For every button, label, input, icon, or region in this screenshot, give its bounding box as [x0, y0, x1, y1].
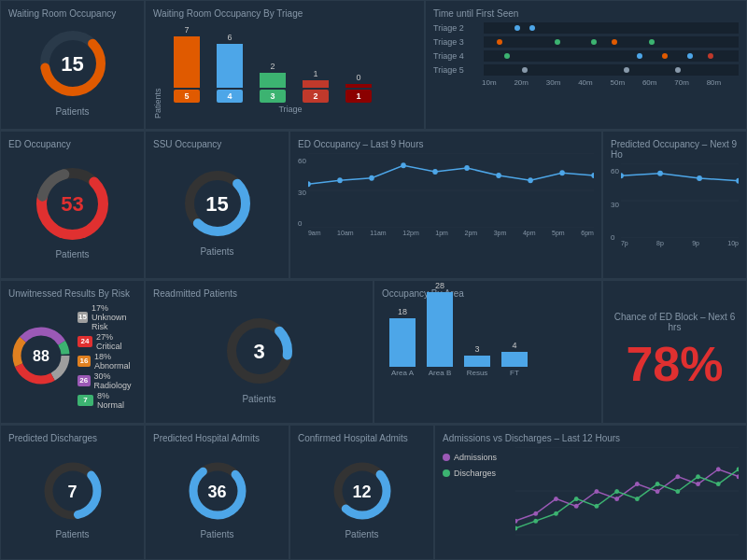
occupancy-area-panel: Occupancy By Area 18Area A28Area B3Resus… [374, 280, 602, 424]
row2: ED Occupancy 53 Patients SSU Occupancy [0, 131, 747, 280]
conf-adm-value: 12 [352, 483, 371, 502]
adm-dis-title: Admissions vs Discharges – Last 12 Hours [443, 433, 739, 443]
svg-point-26 [736, 178, 739, 184]
svg-point-49 [635, 482, 640, 486]
time-rows: Triage 2Triage 3Triage 4Triage 5 [433, 22, 739, 76]
svg-point-60 [614, 489, 619, 494]
unwitnessed-value: 88 [33, 348, 49, 365]
readmitted-label: Patients [242, 394, 275, 404]
ed-occupancy-title: ED Occupancy [8, 139, 136, 149]
waiting-room-occupancy-panel: Waiting Room Occupancy 15 Patients [0, 0, 145, 130]
conf-adm-donut: 12 [330, 458, 395, 525]
unwitnessed-legend: 1517% Unknown Risk2427% Critical1618% Ab… [78, 302, 136, 411]
svg-point-10 [308, 181, 311, 187]
row1: Waiting Room Occupancy 15 Patients Waiti… [0, 0, 747, 131]
svg-point-16 [496, 173, 501, 178]
ssu-donut: 15 [180, 166, 255, 243]
readmitted-value: 3 [253, 340, 264, 364]
ssu-title: SSU Occupancy [153, 139, 281, 149]
unwit-legend-item: 2427% Critical [78, 332, 136, 351]
svg-point-63 [675, 489, 680, 494]
svg-point-13 [401, 162, 406, 168]
unwit-legend-item: 78% Normal [78, 391, 136, 410]
ed-last9-panel: ED Occupancy – Last 9 Hours 60300 9am10a… [289, 131, 602, 279]
svg-point-57 [554, 511, 558, 516]
waiting-room-donut-container: 15 Patients [8, 22, 136, 120]
conf-adm-label: Patients [345, 529, 378, 539]
triage-time-row: Triage 5 [433, 64, 739, 76]
ed-last9-y: 60300 [298, 157, 306, 231]
svg-point-51 [675, 474, 680, 479]
ed-block-title: Chance of ED Block – Next 6 hrs [611, 312, 739, 332]
triage-bar-group: 2 [260, 62, 286, 88]
svg-point-50 [655, 489, 660, 494]
triage-bars: 76210 [164, 22, 416, 88]
area-bars: 18Area A28Area B3Resus4FT [382, 302, 594, 377]
predicted-discharges-panel: Predicted Discharges 7 Patients [0, 425, 145, 560]
row4: Predicted Discharges 7 Patients Predicte… [0, 425, 747, 560]
ssu-donut-container: 15 Patients [153, 153, 281, 270]
svg-point-65 [716, 482, 721, 486]
triage-x-label: Triage [164, 105, 416, 114]
ed-block-panel: Chance of ED Block – Next 6 hrs 78% [602, 280, 747, 424]
readmitted-donut-container: 3 Patients [153, 302, 365, 414]
ssu-value: 15 [205, 192, 228, 217]
svg-point-54 [737, 474, 739, 479]
ed-occupancy-label: Patients [55, 249, 89, 259]
svg-point-43 [515, 519, 517, 524]
svg-point-59 [595, 504, 599, 509]
ed-occupancy-value: 53 [61, 192, 83, 217]
svg-point-14 [432, 169, 438, 175]
triage-chart-panel: Waiting Room Occupancy By Triage Patient… [145, 0, 425, 130]
time-first-seen-panel: Time until First Seen Triage 2Triage 3Tr… [425, 0, 747, 130]
triage-bar-group: 6 [217, 33, 243, 88]
pred-dis-title: Predicted Discharges [8, 433, 136, 443]
predicted-next9-title: Predicted Occupancy – Next 9 Ho [611, 139, 739, 160]
svg-point-12 [369, 175, 374, 181]
pred-adm-title: Predicted Hospital Admits [153, 433, 281, 443]
triage-y-label: Patients [153, 22, 162, 119]
unwitnessed-donut: 88 [8, 323, 74, 390]
ed-last9-title: ED Occupancy – Last 9 Hours [298, 139, 594, 149]
svg-point-48 [614, 497, 619, 501]
svg-point-61 [635, 497, 640, 501]
svg-point-45 [554, 497, 558, 501]
svg-point-55 [515, 526, 517, 531]
row3: Unwitnessed Results By Risk 88 1517% Unk… [0, 280, 747, 425]
area-bar-group: 28Area B [427, 281, 453, 377]
waiting-room-donut: 15 [35, 26, 110, 103]
confirmed-admits-panel: Confirmed Hospital Admits 12 Patients [289, 425, 434, 560]
ed-donut: 53 [33, 164, 112, 245]
triage-badges: 54321 [164, 90, 416, 103]
svg-point-11 [337, 177, 343, 183]
pred-adm-container: 36 Patients [153, 447, 281, 551]
triage-bar-group: 1 [303, 69, 329, 88]
pred-dis-value: 7 [67, 483, 77, 502]
unwit-legend-item: 2630% Radiology [78, 371, 136, 390]
svg-point-44 [533, 511, 538, 516]
svg-point-52 [696, 482, 700, 486]
readmitted-panel: Readmitted Patients 3 Patients [145, 280, 374, 424]
svg-point-19 [591, 173, 594, 178]
svg-point-25 [697, 175, 702, 181]
triage-time-row: Triage 4 [433, 50, 739, 62]
conf-adm-title: Confirmed Hospital Admits [298, 433, 426, 443]
pred-dis-container: 7 Patients [8, 447, 136, 551]
area-bar-group: 4FT [501, 341, 528, 377]
pred-dis-donut: 7 [40, 458, 106, 525]
adm-legend-item: Discharges [443, 469, 508, 478]
triage-time-row: Triage 3 [433, 36, 739, 48]
predicted-next9-panel: Predicted Occupancy – Next 9 Ho 60300 7p… [602, 131, 747, 279]
time-x-axis: 10m20m30m40m50m60m70m80m [482, 78, 739, 87]
svg-point-58 [574, 497, 579, 501]
pred-next9-svg [621, 163, 739, 238]
ed-donut-container: 53 Patients [8, 153, 136, 270]
pred-adm-value: 36 [207, 483, 226, 502]
triage-time-row: Triage 2 [433, 22, 739, 34]
svg-point-46 [574, 504, 579, 509]
occupancy-area-title: Occupancy By Area [382, 288, 594, 299]
unwit-legend-item: 1517% Unknown Risk [78, 303, 136, 331]
waiting-room-title: Waiting Room Occupancy [8, 8, 136, 19]
time-title: Time until First Seen [433, 8, 739, 19]
svg-point-62 [655, 482, 660, 486]
